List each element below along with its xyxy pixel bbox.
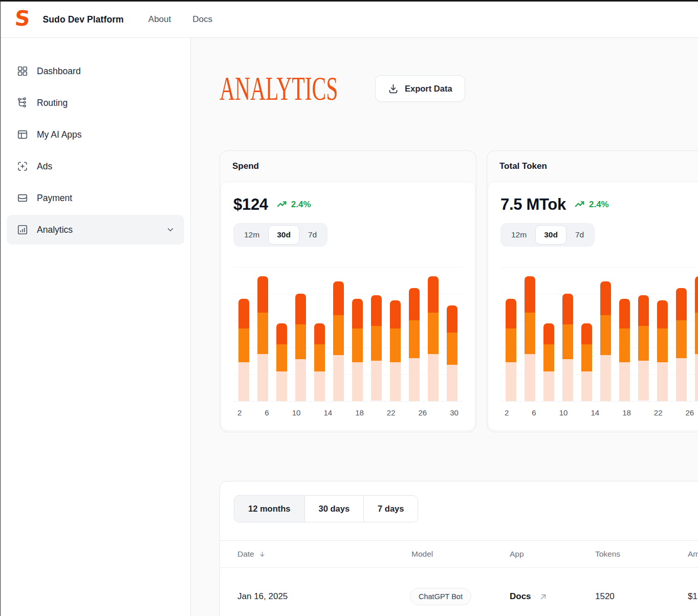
stacked-bar [238, 299, 249, 401]
sidebar-item-label: My AI Apps [37, 129, 82, 140]
token-stacked-bar-chart [500, 267, 698, 402]
top-navbar: S Sudo Dev Platform About Docs [1, 2, 698, 38]
stacked-bar [276, 323, 287, 401]
download-icon [388, 83, 399, 94]
range-30d-button[interactable]: 30d [268, 225, 299, 245]
stacked-bar [352, 299, 363, 401]
top-nav-links: About Docs [148, 14, 212, 25]
stacked-bar [333, 281, 344, 401]
stacked-bar [525, 276, 535, 401]
spend-chart-x-axis: 26101418222630 [233, 408, 463, 417]
range-30d-button[interactable]: 30d [535, 225, 566, 245]
apps-panel-icon [17, 129, 28, 140]
x-tick-label: 22 [387, 408, 396, 417]
spend-range-toggle: 12m 30d 7d [233, 223, 328, 247]
x-tick-label: 6 [265, 408, 269, 417]
token-value: 7.5 MTok [500, 195, 566, 214]
col-header-app: App [510, 549, 595, 559]
stacked-bar [257, 276, 268, 401]
total-token-card: Total Token 7.5 MTok 2.4% [487, 150, 698, 432]
nav-link-about[interactable]: About [148, 14, 171, 25]
chevron-down-icon [166, 225, 175, 234]
model-badge: ChatGPT Bot [410, 588, 471, 605]
usage-table: Date Model App Tokens Amount Jan 16, 202… [220, 540, 698, 616]
col-header-model: Model [411, 549, 510, 559]
sidebar-item-label: Analytics [37, 225, 73, 235]
usage-table-card: 12 months 30 days 7 days Date Model App [220, 481, 698, 616]
spend-card: Spend $124 2.4% [220, 150, 476, 432]
token-chart-x-axis: 26101418222630 [500, 408, 698, 417]
cell-date: Jan 16, 2025 [237, 591, 411, 602]
dashboard-grid-icon [17, 65, 28, 77]
sidebar-item-analytics[interactable]: Analytics [7, 215, 184, 245]
brand-title: Sudo Dev Platform [43, 14, 124, 25]
table-period-tabs: 12 months 30 days 7 days [234, 495, 418, 522]
card-title: Total Token [499, 161, 547, 171]
sidebar-item-label: Payment [37, 193, 72, 204]
page-title: ANALYTICS [220, 75, 362, 102]
tab-7-days[interactable]: 7 days [363, 496, 418, 522]
stacked-bar [695, 276, 698, 401]
stacked-bar [371, 295, 382, 401]
x-tick-label: 2 [237, 408, 242, 417]
x-tick-label: 30 [450, 408, 459, 417]
export-data-button[interactable]: Export Data [375, 75, 465, 102]
stacked-bar [638, 295, 649, 401]
col-header-date[interactable]: Date [237, 549, 411, 559]
col-header-tokens: Tokens [595, 549, 688, 559]
stacked-bar [581, 323, 592, 401]
trending-up-icon [574, 199, 585, 210]
card-title: Spend [232, 161, 259, 171]
stacked-bar [428, 276, 439, 401]
sort-arrow-down-icon [258, 551, 266, 558]
range-12m-button[interactable]: 12m [235, 226, 268, 244]
sidebar-item-label: Routing [37, 98, 68, 108]
nav-link-docs[interactable]: Docs [192, 14, 212, 25]
main-content: ANALYTICS Export Data Spend [191, 38, 698, 616]
sidebar-item-label: Dashboard [37, 66, 81, 77]
stacked-bar [657, 300, 668, 401]
range-12m-button[interactable]: 12m [503, 226, 535, 244]
token-trend: 2.4% [574, 199, 609, 210]
payment-wallet-icon [17, 192, 28, 204]
spend-value: $124 [233, 195, 268, 214]
stacked-bar [409, 288, 420, 401]
sidebar-item-dashboard[interactable]: Dashboard [7, 56, 184, 86]
x-tick-label: 22 [654, 408, 663, 417]
stacked-bar [562, 294, 573, 401]
table-row[interactable]: Jan 16, 2025 ChatGPT Bot Docs 1520 $1 [220, 568, 698, 616]
sidebar-item-ads[interactable]: Ads [7, 151, 184, 181]
arrow-up-right-icon [538, 592, 548, 602]
cell-amount: $1 [688, 591, 698, 602]
x-tick-label: 6 [532, 408, 536, 417]
stacked-bar [543, 323, 554, 401]
spend-trend: 2.4% [276, 199, 311, 210]
analytics-chart-icon [17, 224, 28, 235]
stat-cards-row: Spend $124 2.4% [220, 150, 698, 432]
routing-tree-icon [17, 97, 28, 108]
stacked-bar [619, 299, 630, 401]
cell-tokens: 1520 [595, 591, 688, 602]
cell-app[interactable]: Docs [510, 591, 595, 602]
sidebar-item-payment[interactable]: Payment [7, 183, 184, 213]
tab-12-months[interactable]: 12 months [234, 496, 304, 522]
stacked-bar [314, 323, 325, 401]
trending-up-icon [276, 199, 288, 210]
cell-model: ChatGPT Bot [411, 588, 510, 605]
x-tick-label: 14 [591, 408, 599, 417]
spend-stacked-bar-chart [233, 267, 463, 402]
stacked-bar [600, 281, 611, 401]
sidebar-item-my-ai-apps[interactable]: My AI Apps [7, 120, 184, 149]
stacked-bar [447, 305, 457, 401]
x-tick-label: 26 [686, 408, 694, 417]
range-7d-button[interactable]: 7d [566, 226, 593, 244]
range-7d-button[interactable]: 7d [299, 226, 325, 244]
x-tick-label: 18 [622, 408, 631, 417]
stacked-bar [295, 294, 306, 401]
sidebar-item-routing[interactable]: Routing [7, 88, 184, 118]
x-tick-label: 2 [505, 408, 509, 417]
sidebar-item-label: Ads [37, 161, 52, 172]
tab-30-days[interactable]: 30 days [304, 496, 364, 522]
x-tick-label: 18 [355, 408, 364, 417]
x-tick-label: 26 [419, 408, 427, 417]
